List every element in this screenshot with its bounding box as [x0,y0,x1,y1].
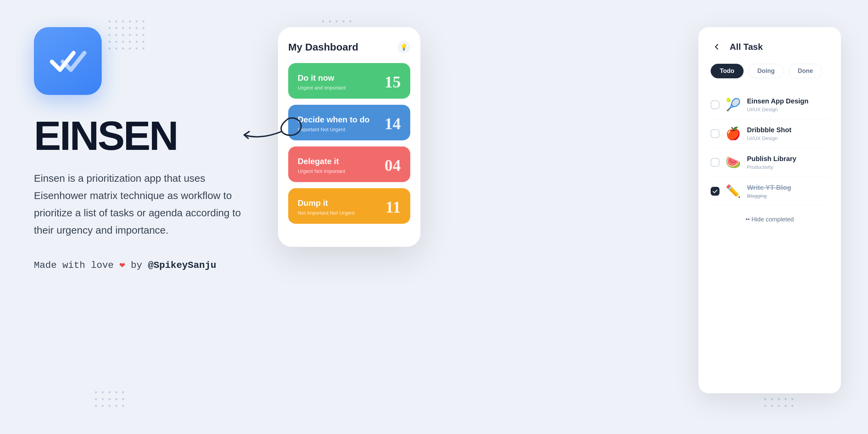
checkbox-publish-library[interactable] [711,158,719,167]
task-name-delegate: Delegate it [298,157,345,166]
task-item-write-yt-blog: ✏️ Write YT Blog Blogging [711,177,829,206]
tab-bar: Todo Doing Done [711,64,829,78]
checkbox-dribbble[interactable] [711,129,719,138]
made-with-text: Made with love ❤️ by @SpikeySanju [34,259,271,271]
check-icon [49,47,86,75]
dashboard-header: My Dashboard 💡 [288,41,410,54]
task-item-cat-write-yt-blog: Blogging [747,193,791,199]
task-info-do-it-now: Do it now Urgent and Important [298,73,346,91]
emoji-einsen-design: 🎾 [726,98,741,112]
details-dribbble: Dribbble Shot UI/UX Design [747,126,791,141]
dots-decoration-bottom-right [764,391,793,407]
task-item-cat-dribbble: UI/UX Design [747,135,791,141]
details-publish-library: Publish Library Productivity [747,155,796,170]
task-count-do-it-now: 15 [384,73,401,91]
task-card-dump[interactable]: Dump it Not Important Not Urgent 11 [288,188,410,224]
task-item-name-write-yt-blog: Write YT Blog [747,184,791,192]
task-list: 🎾 Einsen App Design UI/UX Design 🍎 Dribb… [711,91,829,206]
emoji-write-yt-blog: ✏️ [726,184,741,198]
task-item-cat-einsen-design: UI/UX Design [747,106,809,112]
task-item-name-einsen-design: Einsen App Design [747,97,809,105]
task-card-decide[interactable]: Decide when to do Important Not Urgent 1… [288,105,410,140]
task-sub-decide: Important Not Urgent [298,126,370,132]
details-einsen-design: Einsen App Design UI/UX Design [747,97,809,112]
tab-done[interactable]: Done [789,64,822,78]
author-name: @SpikeySanju [148,260,216,271]
task-count-decide: 14 [384,114,401,133]
tab-todo[interactable]: Todo [711,64,744,78]
task-count-delegate: 04 [384,156,401,175]
app-icon [34,27,102,95]
heart-icon: ❤️ [119,260,125,271]
light-icon[interactable]: 💡 [397,41,410,54]
dots-decoration-bottom-left [95,391,124,407]
task-item-publish-library: 🍉 Publish Library Productivity [711,148,829,177]
checkbox-einsen-design[interactable] [711,100,719,109]
task-item-cat-publish-library: Productivity [747,164,796,170]
task-item-einsen-design: 🎾 Einsen App Design UI/UX Design [711,91,829,119]
app-description: Einsen is a prioritization app that uses… [34,170,244,239]
panel-header: All Task [711,41,829,53]
panel-title: All Task [730,42,763,52]
task-info-delegate: Delegate it Urgent Not Important [298,157,345,174]
back-button[interactable] [711,41,723,53]
task-item-name-dribbble: Dribbble Shot [747,126,791,134]
checkbox-write-yt-blog[interactable] [711,187,719,196]
task-name-decide: Decide when to do [298,115,370,124]
task-sub-dump: Not Important Not Urgent [298,210,355,216]
task-info-decide: Decide when to do Important Not Urgent [298,115,370,132]
arrow-annotation [231,112,305,156]
task-sub-do-it-now: Urgent and Important [298,85,346,91]
task-item-dribbble: 🍎 Dribbble Shot UI/UX Design [711,119,829,148]
task-name-dump: Dump it [298,198,355,208]
task-item-name-publish-library: Publish Library [747,155,796,163]
emoji-publish-library: 🍉 [726,155,741,170]
task-info-dump: Dump it Not Important Not Urgent [298,198,355,216]
task-count-dump: 11 [386,198,401,216]
tab-doing[interactable]: Doing [748,64,784,78]
dashboard-title: My Dashboard [288,41,358,53]
right-panel: All Task Todo Doing Done 🎾 Einsen App De… [698,27,841,393]
details-write-yt-blog: Write YT Blog Blogging [747,184,791,199]
task-sub-delegate: Urgent Not Important [298,168,345,174]
hide-completed-button[interactable]: •• Hide completed [711,216,829,223]
task-card-delegate[interactable]: Delegate it Urgent Not Important 04 [288,146,410,182]
task-name-do-it-now: Do it now [298,73,346,83]
task-card-do-it-now[interactable]: Do it now Urgent and Important 15 [288,63,410,99]
emoji-dribbble: 🍎 [726,126,741,141]
